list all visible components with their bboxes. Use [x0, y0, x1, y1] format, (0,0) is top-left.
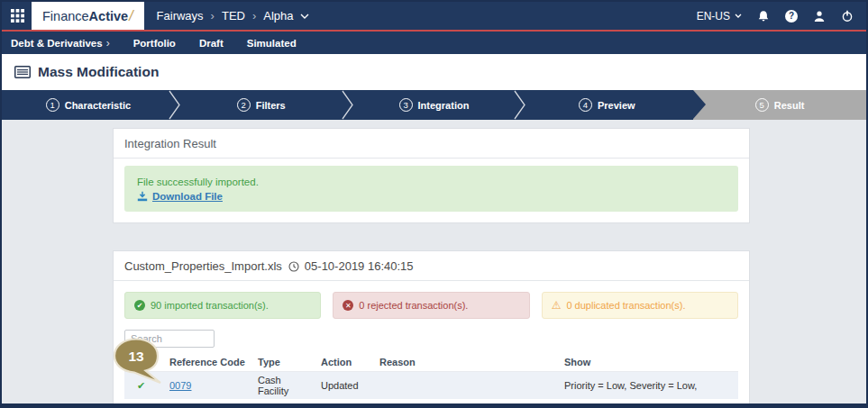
duplicated-count-badge: ⚠ 0 duplicated transaction(s).: [542, 292, 738, 319]
cell-show: Severity = Low, Priority = Low,: [555, 399, 738, 408]
imported-count-badge: ✔ 90 imported transaction(s).: [124, 292, 321, 319]
cell-type: Cash Facility: [249, 372, 312, 400]
cell-action: Updated: [312, 372, 370, 400]
rejected-count-badge: ✕ 0 rejected transaction(s).: [333, 292, 529, 319]
mass-modification-icon: [14, 66, 31, 78]
cell-reason: [370, 399, 555, 408]
column-header-show: Show: [555, 353, 738, 372]
step-label: Filters: [256, 100, 286, 111]
reference-code-link[interactable]: 0079: [169, 380, 191, 391]
table-header-row: Reference Code Type Action Reason Show: [124, 353, 738, 372]
warning-triangle-icon: ⚠: [552, 300, 562, 311]
cell-reason: [370, 372, 555, 400]
wizard-step-integration[interactable]: 3 Integration: [348, 90, 521, 120]
imported-count-text: 90 imported transaction(s).: [151, 300, 269, 311]
nav-label: Debt & Derivatives: [11, 38, 103, 49]
help-icon[interactable]: ?: [785, 10, 798, 23]
user-profile-icon[interactable]: [813, 10, 826, 23]
wizard-steps-bar: 1 Characteristic 2 Filters 3 Integration…: [2, 90, 866, 120]
app-window: FinanceActive/ Fairways › TED › Alpha EN…: [0, 0, 868, 408]
cell-show: Priority = Low, Severity = Low,: [555, 372, 738, 400]
download-icon: [137, 191, 148, 202]
logo-slash: /: [129, 8, 132, 24]
wizard-step-characteristic[interactable]: 1 Characteristic: [2, 90, 175, 120]
integration-result-header: Integration Result: [114, 129, 749, 159]
breadcrumb-ted[interactable]: TED: [222, 9, 245, 23]
step-number-badge: 5: [755, 98, 769, 112]
annotation-callout-13: 13: [113, 338, 165, 388]
page-title: Mass Modification: [38, 64, 159, 80]
step-label: Preview: [598, 100, 635, 111]
page-title-band: Mass Modification: [2, 54, 866, 90]
import-timestamp: 05-10-2019 16:40:15: [305, 259, 414, 273]
step-number-badge: 2: [237, 98, 251, 112]
wizard-step-filters[interactable]: 2 Filters: [175, 90, 348, 120]
card-title: Integration Result: [124, 137, 216, 150]
import-result-card: Custom_Properties_Import.xls 05-10-2019 …: [113, 250, 750, 408]
language-selector[interactable]: EN-US: [697, 10, 742, 23]
transactions-table: Reference Code Type Action Reason Show ✔…: [124, 353, 738, 408]
chevron-right-icon: ›: [245, 9, 263, 23]
chevron-right-icon: ›: [204, 9, 222, 23]
step-number-badge: 1: [46, 98, 59, 112]
notifications-bell-icon[interactable]: [757, 10, 770, 23]
step-number-badge: 4: [579, 98, 592, 112]
column-header-type: Type: [249, 353, 312, 372]
table-row: ✔ 0079 Cash Facility Updated Priority = …: [124, 372, 738, 400]
secondary-navbar: Debt & Derivatives › Portfolio Draft Sim…: [2, 30, 866, 54]
clock-icon: [288, 261, 299, 272]
nav-portfolio[interactable]: Portfolio: [133, 38, 176, 49]
logo-text-active: Active: [89, 9, 129, 23]
cell-action: Updated: [312, 399, 370, 408]
nav-draft[interactable]: Draft: [199, 38, 224, 49]
logo-text-finance: Finance: [42, 9, 89, 23]
nav-debt-derivatives[interactable]: Debt & Derivatives ›: [11, 37, 110, 50]
table-row: ✔ 0006-5 Standard Loan Updated Severity …: [124, 399, 738, 408]
app-launcher-grid-icon[interactable]: [11, 9, 24, 23]
import-stats-row: ✔ 90 imported transaction(s). ✕ 0 reject…: [124, 292, 738, 319]
success-alert: File successfully imported. Download Fil…: [124, 166, 738, 212]
integration-result-card: Integration Result File successfully imp…: [113, 128, 750, 223]
step-label: Result: [774, 100, 805, 111]
check-circle-icon: ✔: [134, 300, 145, 311]
duplicated-count-text: 0 duplicated transaction(s).: [566, 300, 685, 311]
topbar-actions: EN-US ?: [697, 10, 866, 23]
chevron-down-icon[interactable]: [300, 14, 309, 19]
import-file-name: Custom_Properties_Import.xls: [124, 259, 282, 273]
step-number-badge: 3: [399, 98, 413, 112]
breadcrumb-alpha[interactable]: Alpha: [263, 9, 293, 23]
step-label: Characteristic: [65, 100, 131, 111]
language-label: EN-US: [697, 10, 730, 23]
column-header-reference-code: Reference Code: [160, 353, 249, 372]
import-card-header: Custom_Properties_Import.xls 05-10-2019 …: [114, 251, 749, 281]
cell-type: Standard Loan: [249, 399, 312, 408]
rejected-count-text: 0 rejected transaction(s).: [359, 300, 468, 311]
breadcrumb: Fairways › TED › Alpha: [157, 9, 309, 23]
power-logout-icon[interactable]: [841, 10, 854, 23]
chevron-right-icon: ›: [106, 37, 110, 50]
nav-simulated[interactable]: Simulated: [247, 38, 297, 49]
wizard-step-preview[interactable]: 4 Preview: [520, 90, 693, 120]
question-mark-glyph: ?: [785, 10, 798, 23]
breadcrumb-fairways[interactable]: Fairways: [157, 9, 204, 23]
column-header-reason: Reason: [370, 353, 555, 372]
callout-number: 13: [128, 349, 144, 364]
cross-circle-icon: ✕: [343, 300, 353, 311]
wizard-step-result[interactable]: 5 Result: [693, 90, 866, 120]
finance-active-logo[interactable]: FinanceActive/: [32, 2, 144, 30]
step-label: Integration: [418, 100, 470, 111]
download-file-link[interactable]: Download File: [152, 191, 223, 202]
caret-down-icon: [735, 14, 742, 18]
top-navbar: FinanceActive/ Fairways › TED › Alpha EN…: [2, 2, 866, 30]
column-header-action: Action: [312, 353, 370, 372]
success-message: File successfully imported.: [137, 177, 726, 187]
